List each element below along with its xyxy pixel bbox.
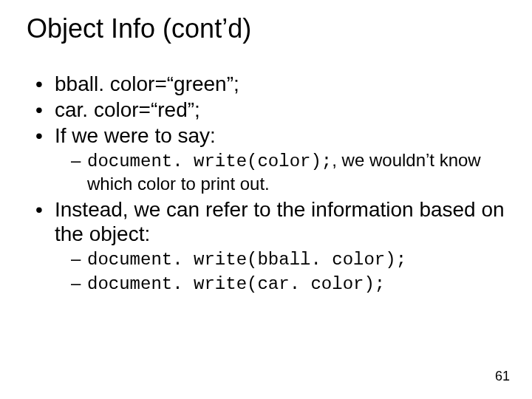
bullet-item-1: bball. color=“green”; — [33, 72, 505, 96]
code-doc-write-color: document. write(color); — [87, 151, 332, 171]
sub-bullet-item-3: document. write(car. color); — [71, 272, 505, 295]
sub-bullet-list-2: document. write(bball. color); document.… — [55, 248, 505, 296]
slide-title: Object Info (cont’d) — [27, 13, 505, 44]
bullet-item-4: Instead, we can refer to the information… — [33, 197, 505, 296]
sub-bullet-list-1: document. write(color);, we wouldn’t kno… — [55, 149, 505, 194]
code-doc-write-bball-color: document. write(bball. color); — [87, 250, 406, 270]
sub-bullet-item-2: document. write(bball. color); — [71, 248, 505, 270]
bullet-text-4: Instead, we can refer to the information… — [55, 198, 505, 245]
bullet-text-2: car. color=“red”; — [55, 98, 200, 121]
bullet-list: bball. color=“green”; car. color=“red”; … — [27, 72, 505, 295]
bullet-item-2: car. color=“red”; — [33, 98, 505, 122]
bullet-item-3: If we were to say: document. write(color… — [33, 123, 505, 194]
page-number: 61 — [495, 369, 510, 384]
slide: Object Info (cont’d) bball. color=“green… — [0, 0, 532, 399]
sub-bullet-item-1: document. write(color);, we wouldn’t kno… — [71, 149, 505, 194]
code-doc-write-car-color: document. write(car. color); — [87, 274, 385, 294]
bullet-text-3: If we were to say: — [55, 124, 216, 147]
sub-bullet-punct: , — [332, 150, 337, 170]
bullet-text-1: bball. color=“green”; — [55, 72, 239, 95]
